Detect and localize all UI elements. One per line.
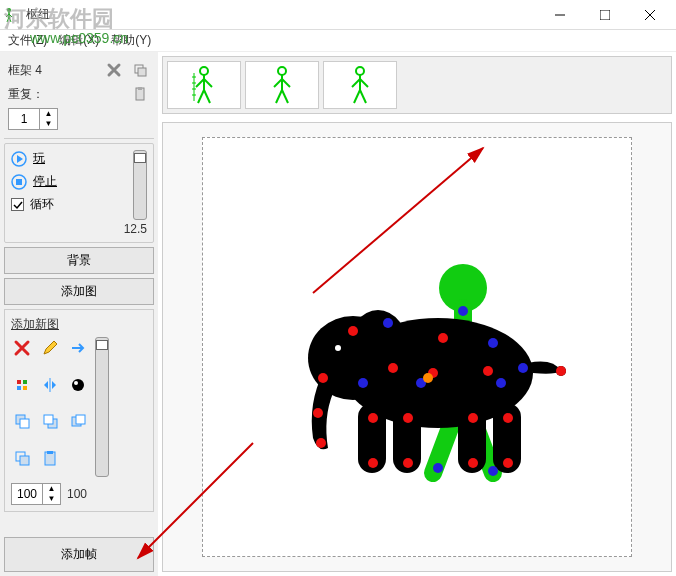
svg-rect-32 xyxy=(47,451,53,454)
svg-rect-18 xyxy=(23,380,27,384)
app-icon xyxy=(4,7,20,23)
flip-h-tool-icon[interactable] xyxy=(39,374,61,396)
svg-point-73 xyxy=(313,408,323,418)
canvas-area xyxy=(162,122,672,572)
scale-up[interactable]: ▲ xyxy=(43,484,60,494)
layer-back-icon[interactable] xyxy=(39,410,61,432)
svg-point-70 xyxy=(335,345,341,351)
add-figure-button[interactable]: 添加图 xyxy=(4,278,154,305)
svg-rect-28 xyxy=(76,415,85,424)
frame-info-box: 框架 4 重复： ▲▼ xyxy=(4,56,154,139)
menu-file[interactable]: 文件(Z) xyxy=(8,32,47,49)
play-icon[interactable] xyxy=(11,151,27,167)
delete-tool-icon[interactable] xyxy=(11,337,33,359)
svg-line-5 xyxy=(9,17,11,22)
svg-line-52 xyxy=(352,79,360,87)
canvas[interactable] xyxy=(202,137,632,557)
frame-thumb[interactable] xyxy=(245,61,319,109)
svg-point-92 xyxy=(496,378,506,388)
frame-thumb[interactable] xyxy=(167,61,241,109)
svg-point-76 xyxy=(368,458,378,468)
scale-spinner[interactable]: ▲▼ xyxy=(11,483,61,505)
maximize-button[interactable] xyxy=(582,0,627,29)
menu-help[interactable]: 帮助(Y) xyxy=(111,32,151,49)
svg-point-83 xyxy=(388,363,398,373)
svg-rect-20 xyxy=(23,386,27,390)
add-frame-button[interactable]: 添加帧 xyxy=(4,537,154,572)
svg-point-21 xyxy=(72,379,84,391)
window-title: 枢纽 xyxy=(26,6,537,23)
svg-point-78 xyxy=(403,458,413,468)
speed-slider[interactable] xyxy=(133,150,147,220)
svg-point-90 xyxy=(458,306,468,316)
minimize-button[interactable] xyxy=(537,0,582,29)
svg-rect-13 xyxy=(138,87,142,90)
repeat-label: 重复： xyxy=(8,86,44,103)
svg-point-74 xyxy=(316,438,326,448)
svg-point-33 xyxy=(200,67,208,75)
svg-line-49 xyxy=(282,90,288,103)
scale-slider[interactable] xyxy=(95,337,109,477)
layer-swap-icon[interactable] xyxy=(67,410,89,432)
svg-point-89 xyxy=(358,378,368,388)
svg-point-77 xyxy=(403,413,413,423)
delete-frame-icon[interactable] xyxy=(104,60,124,80)
svg-line-46 xyxy=(274,79,282,87)
svg-point-71 xyxy=(348,326,358,336)
speed-value: 12.5 xyxy=(11,222,147,236)
svg-point-93 xyxy=(488,338,498,348)
paste-frame-icon[interactable] xyxy=(130,84,150,104)
svg-line-36 xyxy=(204,79,212,87)
scale-down[interactable]: ▼ xyxy=(43,494,60,504)
color-tool-icon[interactable] xyxy=(67,374,89,396)
repeat-input[interactable] xyxy=(9,112,39,126)
svg-point-86 xyxy=(438,333,448,343)
copy-tool-icon[interactable] xyxy=(11,447,33,469)
svg-rect-11 xyxy=(138,68,146,76)
scale-thumb[interactable] xyxy=(96,340,108,350)
frame-label: 框架 4 xyxy=(8,62,42,79)
copy-frame-icon[interactable] xyxy=(130,60,150,80)
repeat-spinner[interactable]: ▲▼ xyxy=(8,108,58,130)
scale-display: 100 xyxy=(67,487,87,501)
svg-line-53 xyxy=(360,79,368,87)
loop-checkbox[interactable] xyxy=(11,198,24,211)
slider-thumb[interactable] xyxy=(134,153,146,163)
layer-front-icon[interactable] xyxy=(11,410,33,432)
svg-point-80 xyxy=(468,458,478,468)
svg-point-75 xyxy=(368,413,378,423)
svg-point-22 xyxy=(74,381,78,385)
svg-line-35 xyxy=(196,79,204,87)
next-tool-icon[interactable] xyxy=(67,337,89,359)
tools-box: 添加新图 xyxy=(4,309,154,512)
paste-tool-icon[interactable] xyxy=(39,447,61,469)
svg-rect-24 xyxy=(20,419,29,428)
svg-point-64 xyxy=(348,310,408,386)
svg-rect-30 xyxy=(20,456,29,465)
figure-elephant[interactable] xyxy=(293,253,573,493)
svg-point-94 xyxy=(518,363,528,373)
loop-label: 循环 xyxy=(30,196,54,213)
svg-line-38 xyxy=(204,90,210,103)
center-tool-icon[interactable] xyxy=(11,374,33,396)
spinner-down[interactable]: ▼ xyxy=(40,119,57,129)
svg-point-50 xyxy=(356,67,364,75)
edit-tool-icon[interactable] xyxy=(39,337,61,359)
close-button[interactable] xyxy=(627,0,672,29)
svg-point-85 xyxy=(483,366,493,376)
frame-thumb[interactable] xyxy=(323,61,397,109)
svg-point-81 xyxy=(503,413,513,423)
menu-edit[interactable]: 编辑(X) xyxy=(59,32,99,49)
stop-icon[interactable] xyxy=(11,174,27,190)
scale-input[interactable] xyxy=(12,487,42,501)
svg-point-95 xyxy=(433,463,443,473)
svg-line-48 xyxy=(276,90,282,103)
menubar: 文件(Z) 编辑(X) 帮助(Y) xyxy=(0,30,676,52)
background-button[interactable]: 背景 xyxy=(4,247,154,274)
frames-bar xyxy=(162,56,672,114)
right-area xyxy=(158,52,676,576)
svg-point-82 xyxy=(503,458,513,468)
left-panel: 框架 4 重复： ▲▼ xyxy=(0,52,158,576)
svg-rect-17 xyxy=(17,380,21,384)
spinner-up[interactable]: ▲ xyxy=(40,109,57,119)
